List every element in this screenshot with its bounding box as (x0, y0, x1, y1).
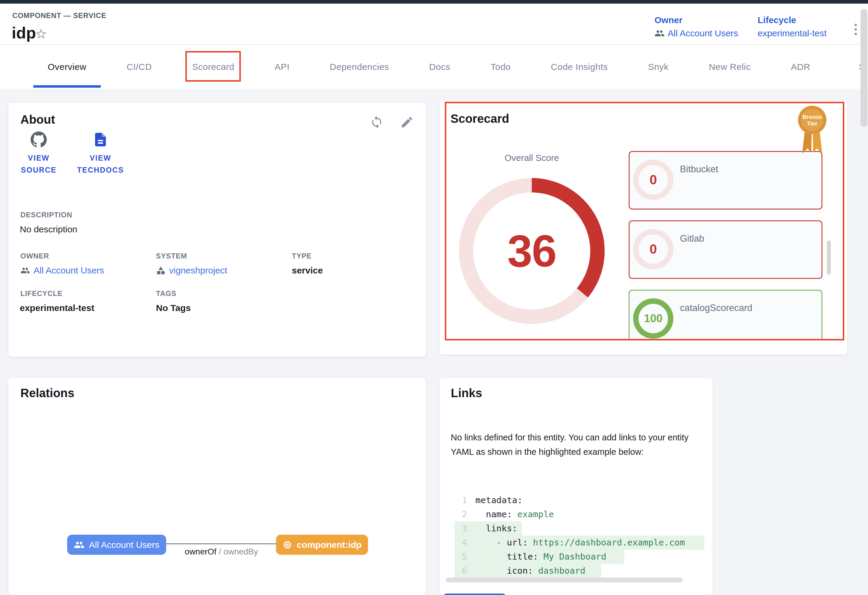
tier-badge-line1: Bronze (802, 114, 822, 120)
refresh-icon[interactable] (370, 115, 384, 129)
code-line-4: 4 - url: https://dashboard.example.com (455, 536, 704, 550)
content-area: About VIEW SOURCE VIEW TECHDOCS DESCRIPT… (0, 89, 868, 595)
tab-snyk[interactable]: Snyk (633, 45, 683, 89)
about-card: About VIEW SOURCE VIEW TECHDOCS DESCRIPT… (8, 103, 426, 357)
scorecard-list-scrollbar[interactable] (827, 240, 831, 275)
item-score: 100 (644, 312, 663, 325)
item-score: 0 (650, 242, 657, 257)
lifecycle-value: experimental-test (757, 28, 827, 38)
relations-title: Relations (21, 386, 74, 400)
tab-docs[interactable]: Docs (415, 45, 465, 89)
relation-edge-line (166, 543, 276, 544)
github-icon (31, 132, 47, 148)
scorecard-item-catalogscorecard[interactable]: 100catalogScorecard (629, 290, 822, 339)
lifecycle-field-label: LIFECYCLE (21, 289, 63, 298)
item-name: catalogScorecard (680, 303, 752, 314)
description-value: No description (20, 224, 77, 234)
owner-label: Owner (654, 15, 738, 25)
score-ring-icon: 100 (633, 298, 673, 339)
tab-overview[interactable]: Overview (33, 45, 101, 89)
tab-list: OverviewCI/CDScorecardAPIDependenciesDoc… (33, 45, 853, 89)
chip-icon (282, 540, 292, 550)
scorecard-item-gitlab[interactable]: 0Gitlab (629, 221, 822, 279)
links-empty-message: No links defined for this entity. You ca… (451, 430, 704, 459)
yaml-code-block: 1metadata:2 name: example3 links:4 - url… (455, 493, 704, 578)
overall-score-label: Overall Score (459, 153, 605, 163)
people-icon (74, 539, 84, 550)
relations-card: Relations All Account Users component:id… (8, 378, 426, 595)
tab-api[interactable]: API (260, 45, 304, 89)
owner-link[interactable]: All Account Users (654, 28, 738, 38)
header-lifecycle-block: Lifecycle experimental-test (757, 15, 827, 38)
tier-badge-line2: Tier (807, 120, 818, 127)
relation-edge-label: ownerOf / ownedBy (167, 547, 276, 557)
tags-field-value: No Tags (156, 303, 191, 313)
description-label: DESCRIPTION (21, 211, 72, 219)
tab-dependencies[interactable]: Dependencies (315, 45, 403, 89)
code-line-1: 1metadata: (455, 493, 704, 507)
top-system-bar (0, 0, 868, 4)
header-owner-block: Owner All Account Users (654, 15, 738, 38)
system-icon (156, 266, 165, 275)
entity-tab-bar: OverviewCI/CDScorecardAPIDependenciesDoc… (0, 45, 868, 89)
item-name: Gitlab (680, 233, 704, 244)
about-quick-links: VIEW SOURCE VIEW TECHDOCS (16, 132, 135, 176)
type-field-label: TYPE (292, 252, 311, 260)
owner-field-link[interactable]: All Account Users (21, 265, 104, 275)
scorecard-title: Scorecard (450, 112, 509, 126)
bronze-tier-badge: Bronze Tier (794, 103, 831, 161)
tab-code-insights[interactable]: Code Insights (537, 45, 622, 89)
links-title: Links (451, 386, 482, 400)
people-icon (654, 28, 665, 38)
score-ring-icon: 0 (633, 160, 673, 200)
about-title: About (21, 113, 55, 126)
links-bottom-button[interactable] (444, 594, 506, 595)
view-source-button[interactable]: VIEW SOURCE (16, 132, 61, 176)
tab-todo[interactable]: Todo (476, 45, 525, 89)
tab-new-relic[interactable]: New Relic (694, 45, 765, 89)
code-line-2: 2 name: example (455, 507, 704, 521)
tab-scorecard[interactable]: Scorecard (177, 45, 249, 89)
page-title: idp (12, 24, 36, 42)
page-scrollbar[interactable] (861, 9, 867, 127)
tab-ci-cd[interactable]: CI/CD (112, 45, 166, 89)
favorite-star-icon[interactable] (35, 28, 47, 40)
item-score: 0 (650, 172, 657, 187)
system-field-label: SYSTEM (156, 252, 187, 260)
code-line-5: 5 title: My Dashboard (455, 550, 704, 564)
entity-header: COMPONENT — SERVICE idp Owner All Accoun… (0, 4, 868, 45)
links-card: Links No links defined for this entity. … (440, 378, 713, 595)
tab-adr[interactable]: ADR (776, 45, 825, 89)
relation-node-owner[interactable]: All Account Users (67, 535, 166, 555)
people-icon (21, 266, 30, 275)
system-field-link[interactable]: vigneshproject (156, 265, 227, 275)
owner-field-label: OWNER (21, 252, 49, 260)
breadcrumb: COMPONENT — SERVICE (12, 12, 106, 20)
overall-score-donut: 36 (459, 178, 605, 324)
lifecycle-label: Lifecycle (757, 15, 827, 25)
edit-icon[interactable] (400, 115, 414, 129)
view-techdocs-button[interactable]: VIEW TECHDOCS (66, 132, 135, 176)
scorecard-card: Scorecard Bronze Tier Overall Score 36 0… (440, 101, 847, 355)
relation-node-component[interactable]: component:idp (276, 535, 368, 555)
code-line-3: 3 links: (455, 521, 704, 536)
tags-field-label: TAGS (156, 289, 176, 298)
techdocs-icon (92, 132, 109, 148)
lifecycle-field-value: experimental-test (20, 303, 94, 313)
score-ring-icon: 0 (633, 229, 673, 269)
item-name: Bitbucket (680, 164, 718, 175)
type-field-value: service (292, 265, 323, 275)
overall-score-value: 36 (508, 225, 557, 277)
scorecard-item-list: 0Bitbucket0Gitlab100catalogScorecard (629, 151, 824, 339)
more-options-icon[interactable] (850, 21, 862, 38)
code-horizontal-scrollbar[interactable] (446, 577, 683, 582)
code-line-6: 6 icon: dashboard (455, 564, 704, 578)
